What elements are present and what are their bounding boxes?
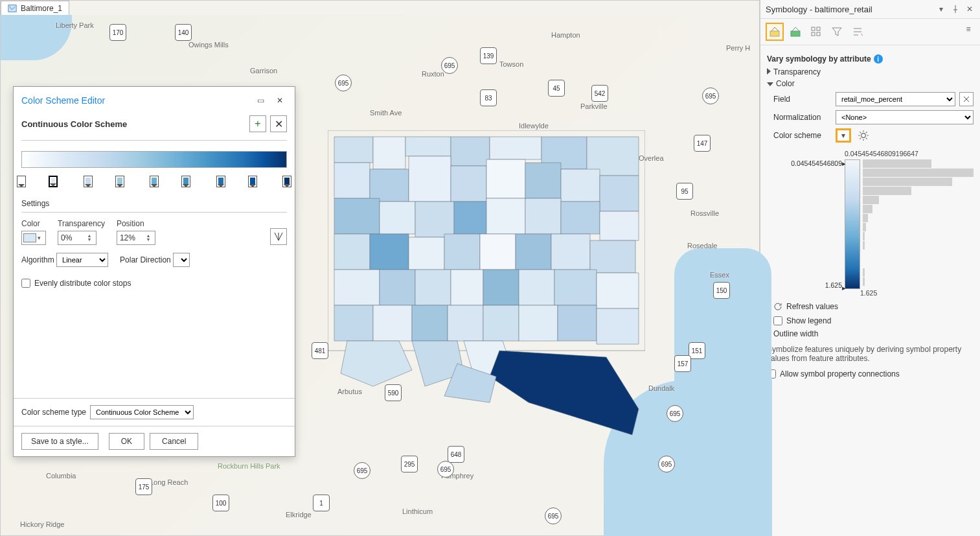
- histogram-bar: [863, 277, 865, 286]
- advanced-tab[interactable]: [849, 23, 867, 41]
- ok-button[interactable]: OK: [109, 433, 144, 450]
- panel-dropdown-button[interactable]: ▾: [936, 4, 946, 14]
- position-input[interactable]: 12%▲▼: [117, 231, 155, 245]
- vary-by-attribute-tab[interactable]: [786, 23, 804, 41]
- pin-icon[interactable]: [950, 4, 961, 14]
- color-stop[interactable]: [84, 176, 93, 187]
- road-shield: 175: [135, 478, 152, 495]
- flip-icon: [273, 231, 284, 242]
- histogram-ramp[interactable]: [845, 159, 860, 289]
- field-select[interactable]: retail_moe_percent: [836, 92, 955, 106]
- road-shield: 542: [591, 85, 608, 102]
- road-shield: 147: [694, 135, 711, 152]
- outline-width-section[interactable]: Outline width: [767, 329, 974, 338]
- ramp-preview: [21, 151, 287, 168]
- close-panel-button[interactable]: ✕: [964, 4, 975, 14]
- place-label: Columbia: [46, 472, 76, 480]
- road-shield: 481: [312, 342, 328, 359]
- cancel-button[interactable]: Cancel: [150, 433, 198, 450]
- color-stop[interactable]: [282, 176, 291, 187]
- histogram-bar: [863, 232, 865, 240]
- road-shield: 170: [109, 24, 126, 41]
- road-shield: 100: [212, 495, 229, 511]
- transparency-label: Transparency: [58, 219, 105, 228]
- expression-button[interactable]: [959, 92, 974, 106]
- histogram-bar: [863, 159, 931, 168]
- scheme-type-select[interactable]: Continuous Color Scheme: [90, 405, 194, 419]
- svg-rect-7: [817, 32, 820, 36]
- color-picker-button[interactable]: ▾: [21, 231, 46, 245]
- color-scheme-label: Color scheme: [773, 131, 832, 140]
- close-button[interactable]: ✕: [273, 93, 287, 108]
- color-stop[interactable]: [248, 176, 257, 187]
- place-label: Perry H: [726, 44, 750, 52]
- map-tab[interactable]: Baltimore_1: [1, 1, 69, 16]
- place-label: Garrison: [250, 67, 277, 75]
- place-label: Liberty Park: [56, 21, 94, 29]
- symbol-layer-tab[interactable]: [807, 23, 825, 41]
- histogram-bar: [863, 205, 872, 213]
- filter-tab[interactable]: [828, 23, 846, 41]
- place-label: Towson: [499, 60, 523, 68]
- vary-heading: Vary symbology by attribute: [767, 54, 871, 64]
- remove-stop-button[interactable]: ✕: [270, 115, 287, 132]
- algorithm-select[interactable]: Linear: [56, 253, 108, 267]
- color-section[interactable]: Color: [767, 79, 974, 88]
- normalization-select[interactable]: <None>: [836, 110, 974, 124]
- place-label: Rockburn Hills Park: [218, 462, 280, 470]
- algorithm-label: Algorithm: [21, 255, 54, 264]
- symbology-panel: Symbology - baltimore_retail ▾ ✕ ≡ Vary …: [760, 0, 980, 536]
- color-stop[interactable]: [216, 176, 225, 187]
- road-shield: 695: [441, 57, 458, 74]
- histogram: 0.045454546809196647 ▸ 0.045454546809 ▸ …: [773, 149, 974, 297]
- color-stop[interactable]: [150, 176, 159, 187]
- panel-menu-button[interactable]: ≡: [962, 23, 975, 36]
- color-scheme-editor-dialog[interactable]: Color Scheme Editor ▭ ✕ Continuous Color…: [13, 86, 295, 457]
- scheme-type-label: Color scheme type: [21, 408, 86, 417]
- save-to-style-button[interactable]: Save to a style...: [21, 433, 98, 450]
- road-shield: 1: [313, 495, 330, 511]
- place-label: Elkridge: [286, 511, 312, 519]
- place-label: Long Reach: [150, 478, 188, 486]
- map-view[interactable]: Baltimore_1 Liberty Park Owings Mills Ga…: [0, 0, 760, 536]
- maximize-button[interactable]: ▭: [253, 93, 268, 108]
- road-shield: 83: [480, 89, 497, 106]
- histogram-bar: [863, 268, 865, 277]
- color-stop[interactable]: [115, 176, 124, 187]
- panel-title: Symbology - baltimore_retail: [766, 5, 932, 14]
- color-stop[interactable]: [17, 176, 26, 187]
- show-legend-checkbox[interactable]: Show legend: [773, 316, 974, 325]
- svg-rect-4: [812, 27, 815, 30]
- histogram-bar: [863, 169, 974, 177]
- color-stop[interactable]: [181, 176, 190, 187]
- flip-ramp-button[interactable]: [270, 228, 287, 245]
- histogram-bar: [863, 223, 866, 231]
- road-shield: 695: [437, 461, 454, 478]
- place-label: Idlewylde: [519, 122, 549, 130]
- polar-select[interactable]: [173, 253, 190, 267]
- histo-bottom-right: 1.625: [860, 289, 877, 297]
- transparency-section[interactable]: Transparency: [767, 67, 974, 76]
- color-scheme-dropdown[interactable]: ▾: [836, 128, 851, 143]
- refresh-values-button[interactable]: Refresh values: [773, 302, 974, 311]
- road-shield: 140: [175, 24, 192, 41]
- allow-connections-checkbox[interactable]: Allow symbol property connections: [767, 369, 974, 379]
- transparency-input[interactable]: 0%▲▼: [58, 231, 97, 245]
- primary-symbology-tab[interactable]: [766, 23, 784, 41]
- road-shield: 150: [713, 282, 730, 299]
- color-stop[interactable]: [49, 176, 58, 187]
- place-label: Linthicum: [402, 507, 433, 515]
- road-shield: 695: [335, 75, 352, 91]
- add-stop-button[interactable]: +: [249, 115, 266, 132]
- histogram-bar: [863, 241, 865, 250]
- histogram-bar: [863, 187, 911, 195]
- svg-rect-6: [812, 32, 815, 36]
- info-icon[interactable]: i: [874, 54, 883, 64]
- histo-bottom-left: 1.625: [825, 281, 842, 289]
- gear-icon[interactable]: [858, 130, 869, 141]
- map-tab-label: Baltimore_1: [21, 4, 62, 13]
- evenly-distribute-checkbox[interactable]: Evenly distribute color stops: [21, 279, 287, 288]
- ramp-stops-track[interactable]: [21, 176, 287, 190]
- svg-point-8: [861, 134, 866, 138]
- road-shield: 695: [667, 405, 683, 422]
